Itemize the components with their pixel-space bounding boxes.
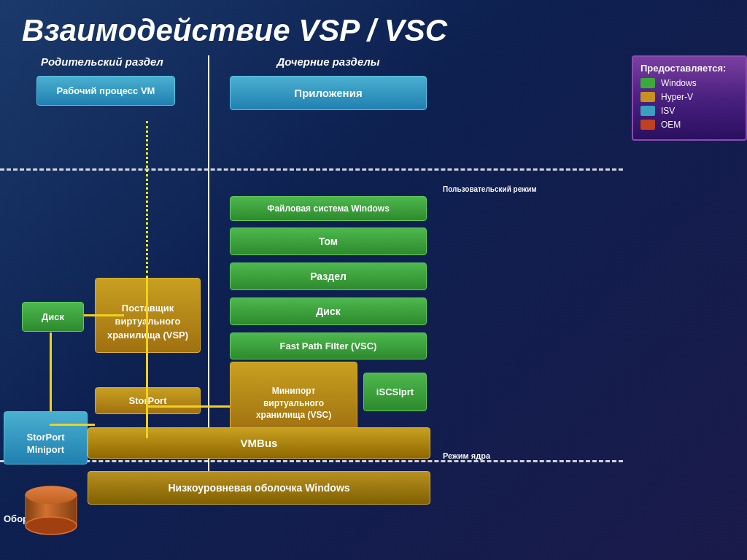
legend-item-oem: OEM [640,120,738,130]
tom-block: Том [230,228,427,255]
legend-item-hyperv: Hyper-V [640,92,738,102]
razdel-block: Раздел [230,262,427,290]
hardware-cylinder [22,484,80,538]
legend-label-windows: Windows [661,78,697,88]
title: Взаимодействие VSP / VSC [0,0,747,55]
legend-label-hyperv: Hyper-V [661,92,693,102]
yellow-line-vsp [146,278,148,438]
windows-fs-block: Файловая система Windows [230,196,427,221]
vertical-divider [208,55,209,478]
v-line-disk-storport [50,332,52,411]
storport-miniport-block: StorPort Miniport [4,411,88,464]
legend-label-oem: OEM [661,120,681,130]
dotted-connector-left [146,121,148,278]
dashed-line-bottom [0,460,623,462]
vsc-block: Минипорт виртуального хранилища (VSC) [230,362,357,432]
right-section-header: Дочерние разделы [226,55,430,68]
applications-block: Приложения [230,76,427,110]
svg-point-3 [26,486,77,504]
h-line-vsp-vsc [146,405,230,408]
legend-title: Предоставляется: [640,63,738,74]
h-line-disk-vsp [84,314,124,316]
disk-right-block: Диск [230,298,427,325]
fast-path-block: Fast Path Filter (VSC) [230,332,427,359]
legend-item-isv: ISV [640,106,738,116]
iscsi-block: iSCSIprt [363,373,427,411]
legend-item-windows: Windows [640,78,738,88]
kernel-mode-label: Режим ядра [443,451,490,460]
disk-left-block: Диск [22,302,84,332]
user-mode-label: Пользовательский режим [443,185,537,194]
vmbus-block: VMBus [88,427,430,459]
h-line-storport-miniport [50,424,95,426]
vm-worker-block: Рабочий процесс VM [36,76,175,106]
dashed-line-top [0,168,623,171]
legend-box: Предоставляется: Windows Hyper-V ISV OEM [632,55,747,141]
hypervisor-block: Низкоуровневая оболочка Windows [88,471,430,505]
svg-point-2 [26,517,77,534]
left-section-header: Родительский раздел [15,55,190,68]
legend-label-isv: ISV [661,106,675,116]
